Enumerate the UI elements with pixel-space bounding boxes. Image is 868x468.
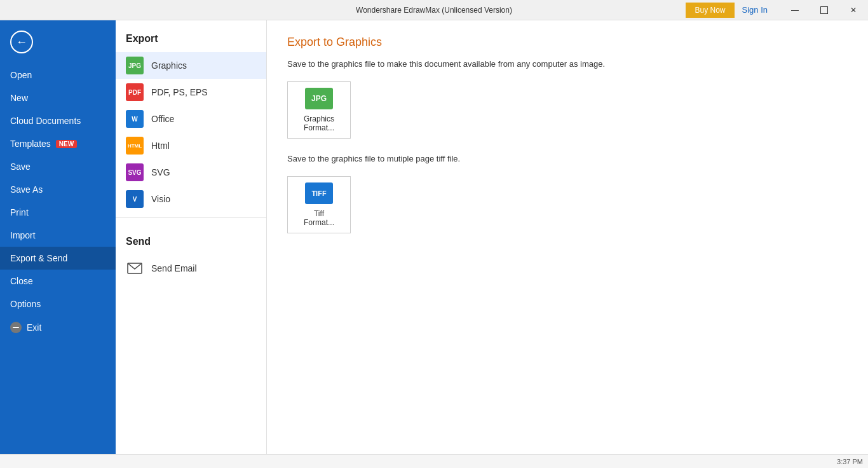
menu-item-office[interactable]: W Office bbox=[116, 106, 266, 132]
send-email-icon bbox=[127, 263, 142, 274]
description-1: Save to the graphics file to make this d… bbox=[287, 59, 848, 69]
sidebar-item-label: Save As bbox=[10, 184, 43, 195]
exit-circle-icon bbox=[10, 322, 22, 333]
menu-item-label: Office bbox=[151, 114, 174, 124]
sidebar-item-label: New bbox=[10, 93, 28, 103]
sidebar-item-new[interactable]: New bbox=[0, 86, 116, 109]
sidebar-item-label: Save bbox=[10, 162, 31, 172]
menu-item-label: Send Email bbox=[151, 263, 197, 273]
html-icon: HTML bbox=[126, 137, 144, 155]
menu-item-send-email[interactable]: Send Email bbox=[116, 255, 266, 282]
svg-icon: SVG bbox=[126, 163, 144, 181]
sidebar-item-save[interactable]: Save bbox=[0, 155, 116, 178]
sidebar-item-open[interactable]: Open bbox=[0, 64, 116, 86]
middle-panel: Export JPG Graphics PDF PDF, PS, EPS W O… bbox=[116, 20, 267, 454]
sidebar-item-options[interactable]: Options bbox=[0, 292, 116, 315]
svg-icon-container: SVG bbox=[126, 165, 144, 179]
back-circle-icon: ← bbox=[10, 31, 33, 53]
email-icon-container bbox=[126, 261, 144, 275]
restore-button[interactable] bbox=[810, 0, 839, 20]
title-bar: Wondershare EdrawMax (Unlicensed Version… bbox=[0, 0, 868, 20]
sidebar-item-exit[interactable]: Exit bbox=[0, 315, 116, 340]
visio-icon: V bbox=[126, 190, 144, 208]
tiff-format-card[interactable]: TIFF TiffFormat... bbox=[287, 176, 351, 233]
format-cards-row-1: JPG GraphicsFormat... bbox=[287, 81, 848, 139]
sidebar-item-label: Options bbox=[10, 299, 41, 309]
menu-item-label: Visio bbox=[151, 194, 170, 204]
sidebar: ← Open New Cloud Documents Templates NEW… bbox=[0, 20, 116, 454]
graphics-format-card[interactable]: JPG GraphicsFormat... bbox=[287, 81, 351, 139]
menu-item-label: Html bbox=[151, 141, 170, 151]
sidebar-item-label: Import bbox=[10, 230, 36, 240]
menu-item-graphics[interactable]: JPG Graphics bbox=[116, 52, 266, 79]
graphics-icon-container: JPG bbox=[126, 59, 144, 72]
visio-icon-container: V bbox=[126, 192, 144, 206]
jpg-icon: JPG bbox=[126, 57, 144, 74]
back-button[interactable]: ← bbox=[0, 20, 116, 64]
card-label: GraphicsFormat... bbox=[304, 114, 334, 132]
sidebar-item-label: Print bbox=[10, 207, 29, 217]
pdf-icon-container: PDF bbox=[126, 85, 144, 99]
sidebar-item-label: Exit bbox=[27, 322, 41, 333]
sidebar-item-export-send[interactable]: Export & Send bbox=[0, 247, 116, 270]
office-icon-container: W bbox=[126, 112, 144, 126]
menu-item-label: Graphics bbox=[151, 60, 187, 71]
menu-item-html[interactable]: HTML Html bbox=[116, 132, 266, 159]
sidebar-item-label: Templates bbox=[10, 139, 51, 149]
html-icon-container: HTML bbox=[126, 139, 144, 153]
restore-icon bbox=[820, 6, 828, 14]
sidebar-item-cloud-documents[interactable]: Cloud Documents bbox=[0, 109, 116, 132]
menu-item-svg[interactable]: SVG SVG bbox=[116, 159, 266, 186]
pdf-icon: PDF bbox=[126, 83, 144, 101]
menu-item-label: PDF, PS, EPS bbox=[151, 87, 208, 97]
description-2: Save to the graphics file to mutiple pag… bbox=[287, 154, 848, 163]
sidebar-item-label: Open bbox=[10, 70, 32, 80]
sidebar-item-save-as[interactable]: Save As bbox=[0, 178, 116, 201]
menu-item-pdf[interactable]: PDF PDF, PS, EPS bbox=[116, 79, 266, 106]
main-layout: ← Open New Cloud Documents Templates NEW… bbox=[0, 20, 868, 454]
app-title: Wondershare EdrawMax (Unlicensed Version… bbox=[356, 6, 512, 15]
menu-item-label: SVG bbox=[151, 167, 170, 177]
divider bbox=[116, 217, 266, 218]
format-cards-row-2: TIFF TiffFormat... bbox=[287, 176, 848, 233]
sign-in-button[interactable]: Sign In bbox=[742, 5, 768, 15]
content-title: Export to Graphics bbox=[287, 36, 848, 49]
bottom-bar: 3:37 PM bbox=[0, 454, 868, 468]
minimize-button[interactable]: — bbox=[780, 0, 810, 20]
sidebar-item-close[interactable]: Close bbox=[0, 270, 116, 292]
new-badge: NEW bbox=[56, 140, 77, 148]
sidebar-item-print[interactable]: Print bbox=[0, 201, 116, 224]
send-header: Send bbox=[116, 223, 266, 255]
jpg-card-icon: JPG bbox=[305, 88, 333, 109]
sidebar-item-import[interactable]: Import bbox=[0, 224, 116, 247]
sidebar-item-label: Cloud Documents bbox=[10, 116, 81, 126]
tiff-card-icon: TIFF bbox=[305, 182, 333, 204]
menu-item-visio[interactable]: V Visio bbox=[116, 186, 266, 212]
sidebar-item-label: Close bbox=[10, 276, 33, 286]
word-icon: W bbox=[126, 110, 144, 128]
close-button[interactable]: ✕ bbox=[839, 0, 868, 20]
sidebar-item-label: Export & Send bbox=[10, 253, 67, 263]
time-display: 3:37 PM bbox=[837, 458, 863, 465]
buy-now-button[interactable]: Buy Now bbox=[686, 3, 734, 18]
card-label: TiffFormat... bbox=[304, 209, 334, 227]
window-controls: — ✕ bbox=[780, 0, 868, 20]
export-header: Export bbox=[116, 20, 266, 52]
sidebar-item-templates[interactable]: Templates NEW bbox=[0, 132, 116, 155]
content-area: Export to Graphics Save to the graphics … bbox=[267, 20, 868, 454]
